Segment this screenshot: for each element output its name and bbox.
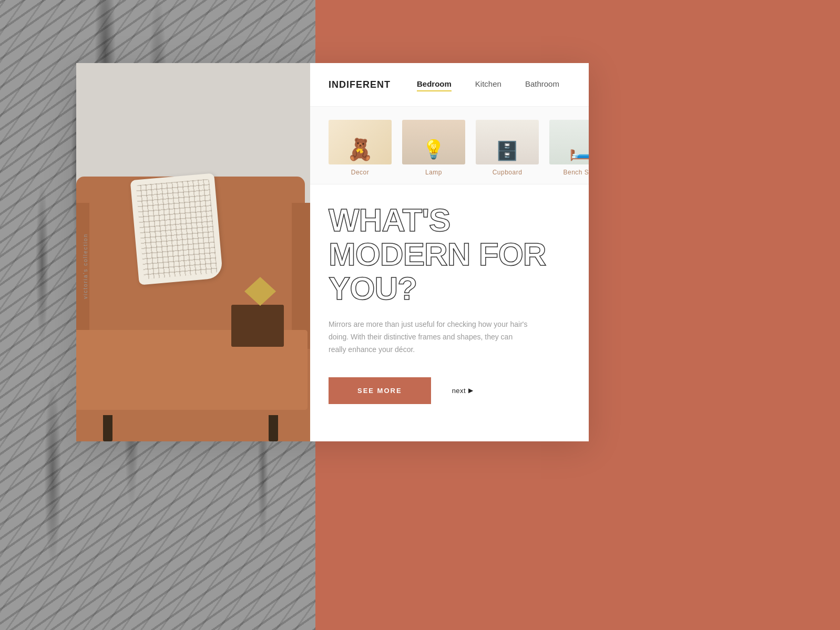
thumb-item-decor[interactable]: Decor xyxy=(329,120,392,176)
sofa-leg xyxy=(269,415,278,441)
hero-description: Mirrors are more than just useful for ch… xyxy=(329,318,528,356)
thumb-img-decor xyxy=(329,120,392,164)
hero-headline: WHAT'S MODERN FOR YOU? xyxy=(329,203,589,305)
thumb-item-lamp[interactable]: Lamp xyxy=(402,120,465,176)
thumb-item-bench-seat[interactable]: Bench Seat xyxy=(549,120,589,176)
see-more-button[interactable]: SEE MORE xyxy=(329,377,431,404)
sofa-legs xyxy=(103,415,278,441)
brand-name: INDIFERENT xyxy=(329,79,391,90)
nav-item-bathroom[interactable]: Bathroom xyxy=(525,79,559,90)
next-label: next xyxy=(452,387,466,395)
headline-line2: MODERN FOR xyxy=(329,236,546,272)
thumb-img-lamp xyxy=(402,120,465,164)
thumb-label-bench: Bench Seat xyxy=(563,169,589,176)
header: INDIFERENT Bedroom Kitchen Bathroom 2 xyxy=(310,63,589,107)
thumb-item-cupboard[interactable]: Cupboard xyxy=(476,120,539,176)
headline-line3: YOU? xyxy=(329,270,417,306)
nav-item-kitchen[interactable]: Kitchen xyxy=(475,79,501,90)
thumb-img-cupboard xyxy=(476,120,539,164)
main-card: victoria's collection INDIFERENT Bedroom… xyxy=(76,63,589,441)
thumbnails-section: Decor Lamp Cupboard Bench Seat xyxy=(310,107,589,184)
side-table xyxy=(231,305,284,347)
actions-row: SEE MORE next ▶ xyxy=(329,377,589,404)
headline-line1: WHAT'S xyxy=(329,202,450,238)
sofa-leg xyxy=(103,415,112,441)
thumb-label-decor: Decor xyxy=(351,169,370,176)
card-content: INDIFERENT Bedroom Kitchen Bathroom 2 xyxy=(310,63,589,441)
sofa-arm-right xyxy=(292,203,310,348)
thumbnails-row: Decor Lamp Cupboard Bench Seat xyxy=(329,120,589,176)
thumb-img-bench xyxy=(549,120,589,164)
collection-label: victoria's collection xyxy=(83,233,88,299)
hero-image-panel: victoria's collection xyxy=(76,63,310,441)
main-content: WHAT'S MODERN FOR YOU? Mirrors are more … xyxy=(310,184,589,441)
nav-item-bedroom[interactable]: Bedroom xyxy=(417,79,452,90)
thumb-label-lamp: Lamp xyxy=(425,169,442,176)
main-nav: Bedroom Kitchen Bathroom xyxy=(417,79,589,90)
next-arrow-icon: ▶ xyxy=(468,387,474,394)
blanket xyxy=(130,173,223,285)
next-link[interactable]: next ▶ xyxy=(452,387,474,395)
thumb-label-cupboard: Cupboard xyxy=(493,169,523,176)
